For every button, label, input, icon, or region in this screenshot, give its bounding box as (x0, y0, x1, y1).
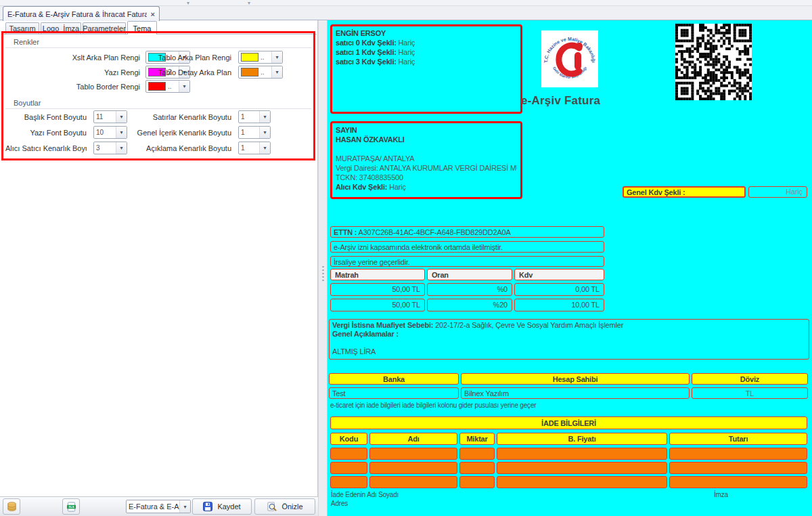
iade-title-bar: İADE BİLGİLERİ (330, 416, 807, 429)
color-picker-tablo-detay-arka-plan[interactable]: .. ▾ (238, 66, 283, 79)
iade-header-kodu: Kodu (330, 433, 367, 445)
bank-cell: Test (329, 387, 459, 399)
database-icon (7, 502, 17, 512)
iade-cell (459, 462, 495, 474)
chevron-down-icon[interactable]: ▾ (259, 127, 270, 138)
iade-cell (330, 448, 367, 460)
tax-cell: %0 (427, 283, 512, 296)
genel-kdv-value: Hariç (748, 186, 807, 198)
label-baslik-font: Başlık Font Boyutu (5, 113, 87, 121)
combo-genel-icerik-kenarlik[interactable]: 1 ▾ (238, 126, 271, 139)
label-yazi-font: Yazı Font Boyutu (5, 129, 87, 137)
iade-cell (330, 462, 367, 474)
amount-in-words: ALTMIŞ LİRA (332, 347, 806, 356)
iade-cell (497, 448, 667, 460)
clipped-control-artifact: ▾ (248, 0, 250, 6)
close-icon[interactable]: × (151, 10, 155, 18)
gib-logo: T.C. Hazine ve Maliye Bakanlığı Gelir İd… (541, 30, 598, 87)
xsl-file-icon: XLS (66, 502, 76, 512)
iade-cell (459, 448, 495, 460)
combo-aciklama-kenarlik[interactable]: 1 ▾ (238, 142, 271, 154)
document-tab[interactable]: E-Fatura & E-Arşiv Fatura & İhracat Fatu… (3, 6, 160, 21)
gib-logo-icon: T.C. Hazine ve Maliye Bakanlığı Gelir İd… (541, 30, 598, 87)
tax-cell: 10,00 TL (514, 299, 604, 311)
preview-button[interactable]: Önizle (254, 498, 315, 515)
tab-tema[interactable]: Tema (127, 21, 157, 35)
color-picker-tablo-border[interactable]: .. ▾ (145, 80, 190, 93)
tab-parametreler[interactable]: Parametreler (83, 22, 126, 34)
label-tablo-border-rengi: Tablo Border Rengi (5, 83, 140, 91)
bank-cell: TL (692, 387, 808, 399)
earsiv-note: e-Arşiv izni kapsamında elektronik ortam… (330, 241, 604, 253)
iade-cell (497, 476, 667, 488)
label-satirlar-kenarlik: Satırlar Kenarlık Boyutu (129, 113, 231, 121)
chevron-down-icon[interactable]: ▾ (179, 500, 190, 513)
chevron-down-icon[interactable]: ▾ (116, 142, 127, 154)
color-swatch (241, 68, 258, 77)
buyer-box: SAYIN HASAN ÖZKAVAKLI MURATPAŞA/ ANTALYA… (330, 121, 522, 199)
chevron-down-icon[interactable]: ▾ (179, 81, 189, 92)
iade-footer-address: Adres (331, 500, 348, 507)
section-title-renkler: Renkler (14, 38, 39, 46)
document-tab-label: E-Fatura & E-Arşiv Fatura & İhracat Fatu… (7, 10, 147, 18)
ettn-row: ETTN : A307C26B-41AC-4BCF-A648-FBD829DD2… (330, 226, 604, 238)
bank-header-hesap: Hesap Sahibi (461, 373, 690, 385)
buyer-name: HASAN ÖZKAVAKLI (336, 135, 405, 144)
seller-box: ENGİN ERSOY satıcı 0 Kdv Şekli: Hariç sa… (330, 24, 522, 114)
bank-cell: Bilnex Yazılım (461, 387, 690, 399)
iade-header-miktar: Miktar (459, 433, 495, 445)
chevron-down-icon[interactable]: ▾ (259, 111, 270, 123)
combo-alici-satici-kenarlik[interactable]: 3 ▾ (93, 142, 127, 154)
label-tablo-arka-plan: Tablo Arka Plan Rengi (142, 53, 231, 62)
section-divider (5, 47, 311, 48)
template-select[interactable]: E-Fatura & E-Arş ▾ (126, 500, 191, 513)
magnifier-icon (267, 502, 277, 512)
iade-cell (669, 462, 807, 474)
invoice-type-title: e-Arşiv Fatura (521, 94, 629, 108)
xsl-export-button[interactable]: XLS (62, 498, 80, 515)
iade-cell (669, 448, 807, 460)
iade-cell (369, 462, 457, 474)
iade-footer-name: İade Edenin Adı Soyadı (331, 491, 399, 498)
iade-header-tutar: Tutarı (669, 433, 807, 445)
tax-header-kdv: Kdv (514, 269, 604, 280)
bank-header-doviz: Döviz (692, 373, 808, 385)
combo-yazi-font[interactable]: 10 ▾ (93, 126, 127, 139)
chevron-down-icon[interactable]: ▾ (271, 51, 282, 63)
iade-header-adi: Adı (369, 433, 457, 445)
chevron-down-icon[interactable]: ▾ (271, 66, 282, 78)
iade-cell (459, 476, 495, 488)
iade-header-fiyat: B. Fiyatı (497, 433, 667, 445)
iade-cell (330, 476, 367, 488)
combo-satirlar-kenarlik[interactable]: 1 ▾ (238, 110, 271, 123)
tab-logo-imza[interactable]: Logo_İmza (41, 22, 81, 34)
svg-text:XLS: XLS (68, 505, 74, 509)
eticaret-note: e-ticaret için iade bilgileri iade bilgi… (330, 402, 536, 409)
floppy-disk-icon (203, 502, 212, 511)
color-swatch (241, 53, 258, 62)
color-swatch (148, 82, 166, 91)
combo-baslik-font[interactable]: 11 ▾ (93, 110, 127, 123)
splitter-grip-icon[interactable] (321, 266, 324, 281)
iade-footer-sign: İmza (714, 491, 728, 498)
label-yazi-rengi: Yazı Rengi (5, 68, 140, 77)
tab-divider (1, 34, 317, 35)
tax-cell: 50,00 TL (330, 299, 425, 311)
top-strip (0, 0, 812, 6)
chevron-down-icon[interactable]: ▾ (116, 127, 127, 138)
save-button[interactable]: Kaydet (192, 498, 252, 515)
color-picker-tablo-arka-plan[interactable]: .. ▾ (238, 51, 283, 64)
chevron-down-icon[interactable]: ▾ (259, 142, 270, 154)
exemption-box: Vergi İstisna Muafiyet Sebebi: 202-17/2-… (329, 319, 809, 360)
bank-header-banka: Banka (329, 373, 459, 385)
chevron-down-icon[interactable]: ▾ (116, 111, 127, 123)
seller-name: ENGİN ERSOY (336, 29, 386, 37)
tax-cell: 0,00 TL (514, 283, 604, 296)
tab-tasarim[interactable]: Tasarım (5, 22, 39, 34)
label-alici-satici-kenarlik: Alıcı Satıcı Kenarlık Boyutu (5, 144, 87, 152)
label-aciklama-kenarlik: Açıklama Kenarlık Boyutu (129, 144, 231, 152)
label-xslt-arka-plan: Xslt Arka Plan Rengi (5, 53, 140, 62)
database-button[interactable] (3, 498, 20, 515)
section-title-boyutlar: Boyutlar (14, 99, 41, 107)
tax-cell: %20 (427, 299, 512, 311)
